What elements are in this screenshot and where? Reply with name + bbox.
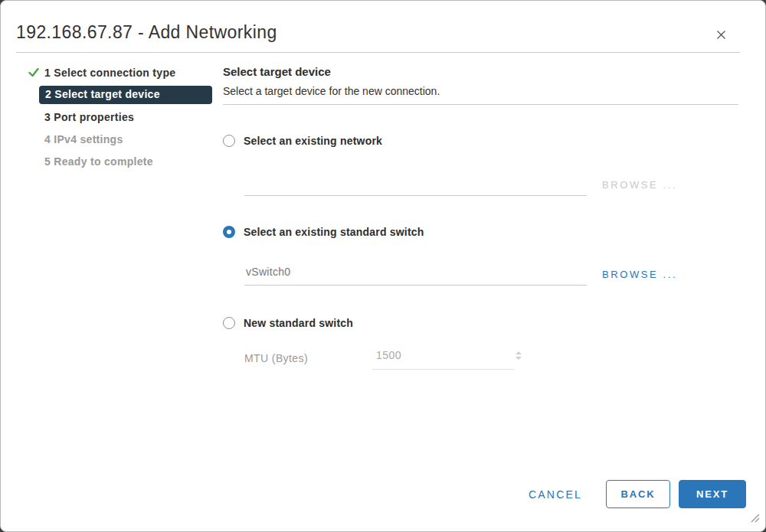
step-label: 1 Select connection type xyxy=(44,67,175,79)
step-port-properties[interactable]: 3 Port properties xyxy=(28,106,212,128)
resize-grip-icon[interactable] xyxy=(751,512,760,526)
radio-existing-standard-switch[interactable]: Select an existing standard switch xyxy=(223,226,424,238)
content-pane: Select target device Select a target dev… xyxy=(223,65,738,105)
step-completed-check-icon xyxy=(28,67,44,77)
step-ready-to-complete: 5 Ready to complete xyxy=(28,150,212,172)
mtu-row: MTU (Bytes) xyxy=(244,348,514,370)
radio-label: Select an existing network xyxy=(244,135,382,147)
active-step-pill: 2 Select target device xyxy=(39,86,212,104)
radio-existing-network[interactable]: Select an existing network xyxy=(223,135,382,147)
mtu-label: MTU (Bytes) xyxy=(244,352,372,370)
content-divider xyxy=(223,104,738,105)
step-label: 3 Port properties xyxy=(44,111,134,123)
browse-network-button: BROWSE ... xyxy=(602,179,677,196)
back-button[interactable]: BACK xyxy=(606,480,670,508)
existing-switch-field-row: BROWSE ... xyxy=(244,263,677,286)
dialog-footer: CANCEL BACK NEXT xyxy=(529,480,746,508)
mtu-input[interactable] xyxy=(372,348,515,361)
existing-switch-input[interactable] xyxy=(244,263,587,286)
existing-network-field-row: BROWSE ... xyxy=(244,174,677,196)
add-networking-dialog: 192.168.67.87 - Add Networking 1 Select … xyxy=(0,0,766,532)
step-select-connection-type[interactable]: 1 Select connection type xyxy=(28,61,212,83)
close-button[interactable] xyxy=(713,28,728,44)
existing-network-input[interactable] xyxy=(244,174,587,196)
header-divider xyxy=(16,52,740,53)
radio-button-icon[interactable] xyxy=(223,135,235,147)
step-label: 5 Ready to complete xyxy=(44,155,153,168)
page-subtitle: Select a target device for the new conne… xyxy=(223,85,738,97)
next-button[interactable]: NEXT xyxy=(679,480,746,508)
wizard-steps: 1 Select connection type 2 Select target… xyxy=(28,61,212,172)
close-icon xyxy=(715,28,728,44)
radio-label: Select an existing standard switch xyxy=(244,226,424,238)
radio-button-icon[interactable] xyxy=(223,317,235,329)
step-label: 4 IPv4 settings xyxy=(44,133,123,145)
mtu-input-wrap xyxy=(372,348,514,370)
browse-switch-button[interactable]: BROWSE ... xyxy=(602,269,677,286)
cancel-button[interactable]: CANCEL xyxy=(529,480,582,508)
radio-button-checked-icon[interactable] xyxy=(223,226,235,238)
step-ipv4-settings: 4 IPv4 settings xyxy=(28,128,212,150)
dialog-title: 192.168.67.87 - Add Networking xyxy=(16,22,277,43)
page-title: Select target device xyxy=(223,65,738,78)
number-stepper-icon[interactable] xyxy=(515,348,525,360)
radio-new-standard-switch[interactable]: New standard switch xyxy=(223,317,353,329)
step-select-target-device[interactable]: 2 Select target device xyxy=(28,83,212,106)
radio-label: New standard switch xyxy=(244,317,353,329)
